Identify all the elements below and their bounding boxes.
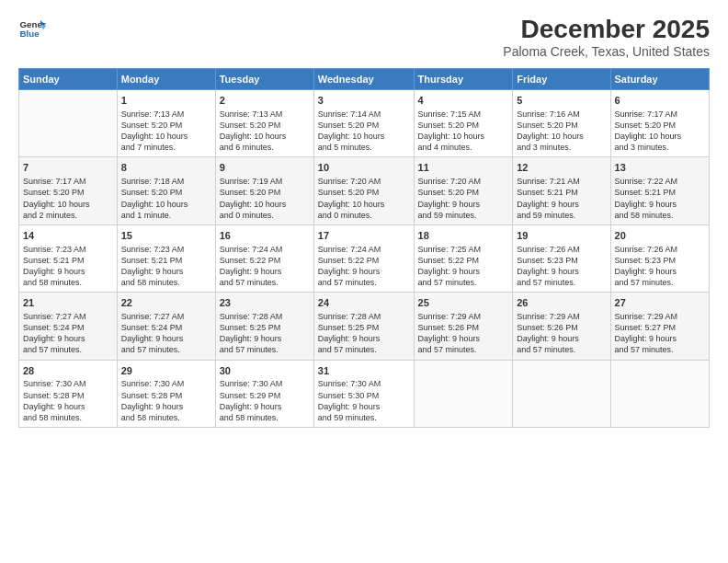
calendar-cell xyxy=(610,360,709,427)
day-info: Sunrise: 7:25 AM Sunset: 5:22 PM Dayligh… xyxy=(418,244,509,289)
calendar-cell: 12Sunrise: 7:21 AM Sunset: 5:21 PM Dayli… xyxy=(513,157,610,224)
calendar-cell: 1Sunrise: 7:13 AM Sunset: 5:20 PM Daylig… xyxy=(117,90,215,157)
day-info: Sunrise: 7:20 AM Sunset: 5:20 PM Dayligh… xyxy=(418,176,509,221)
day-info: Sunrise: 7:28 AM Sunset: 5:25 PM Dayligh… xyxy=(318,311,410,356)
week-row-2: 7Sunrise: 7:17 AM Sunset: 5:20 PM Daylig… xyxy=(19,157,710,224)
day-number: 16 xyxy=(220,229,310,243)
day-number: 15 xyxy=(121,229,211,243)
calendar-cell: 31Sunrise: 7:30 AM Sunset: 5:30 PM Dayli… xyxy=(313,360,414,427)
day-info: Sunrise: 7:29 AM Sunset: 5:26 PM Dayligh… xyxy=(517,311,606,356)
week-row-3: 14Sunrise: 7:23 AM Sunset: 5:21 PM Dayli… xyxy=(19,224,710,292)
page: General Blue December 2025 Paloma Creek,… xyxy=(0,0,728,563)
calendar-cell: 14Sunrise: 7:23 AM Sunset: 5:21 PM Dayli… xyxy=(19,224,118,292)
calendar-cell xyxy=(513,360,610,427)
day-number: 11 xyxy=(418,161,509,175)
day-number: 5 xyxy=(517,94,606,108)
day-info: Sunrise: 7:22 AM Sunset: 5:21 PM Dayligh… xyxy=(615,176,705,221)
calendar-cell: 5Sunrise: 7:16 AM Sunset: 5:20 PM Daylig… xyxy=(513,90,610,157)
day-number: 30 xyxy=(220,364,310,378)
day-number: 26 xyxy=(517,296,606,310)
calendar-cell: 11Sunrise: 7:20 AM Sunset: 5:20 PM Dayli… xyxy=(414,157,513,224)
calendar-body: 1Sunrise: 7:13 AM Sunset: 5:20 PM Daylig… xyxy=(19,90,710,428)
day-number: 4 xyxy=(418,94,509,108)
calendar-cell: 19Sunrise: 7:26 AM Sunset: 5:23 PM Dayli… xyxy=(513,224,610,292)
day-info: Sunrise: 7:23 AM Sunset: 5:21 PM Dayligh… xyxy=(23,244,113,289)
day-info: Sunrise: 7:19 AM Sunset: 5:20 PM Dayligh… xyxy=(220,176,310,221)
day-number: 9 xyxy=(220,161,310,175)
day-info: Sunrise: 7:29 AM Sunset: 5:26 PM Dayligh… xyxy=(418,311,509,356)
day-info: Sunrise: 7:30 AM Sunset: 5:30 PM Dayligh… xyxy=(318,378,410,423)
calendar-cell xyxy=(19,90,118,157)
day-number: 28 xyxy=(23,364,113,378)
header-row: Sunday Monday Tuesday Wednesday Thursday… xyxy=(19,69,710,90)
day-number: 6 xyxy=(615,94,705,108)
col-monday: Monday xyxy=(117,69,215,90)
calendar-cell: 24Sunrise: 7:28 AM Sunset: 5:25 PM Dayli… xyxy=(313,293,414,360)
day-number: 17 xyxy=(318,229,410,243)
calendar-cell: 27Sunrise: 7:29 AM Sunset: 5:27 PM Dayli… xyxy=(610,293,709,360)
calendar-cell: 10Sunrise: 7:20 AM Sunset: 5:20 PM Dayli… xyxy=(313,157,414,224)
calendar-cell: 17Sunrise: 7:24 AM Sunset: 5:22 PM Dayli… xyxy=(313,224,414,292)
title-block: December 2025 Paloma Creek, Texas, Unite… xyxy=(503,15,710,59)
calendar-cell: 26Sunrise: 7:29 AM Sunset: 5:26 PM Dayli… xyxy=(513,293,610,360)
calendar-cell: 30Sunrise: 7:30 AM Sunset: 5:29 PM Dayli… xyxy=(215,360,313,427)
calendar-cell: 20Sunrise: 7:26 AM Sunset: 5:23 PM Dayli… xyxy=(610,224,709,292)
col-thursday: Thursday xyxy=(414,69,513,90)
calendar-cell: 22Sunrise: 7:27 AM Sunset: 5:24 PM Dayli… xyxy=(117,293,215,360)
day-number: 21 xyxy=(23,296,113,310)
day-info: Sunrise: 7:29 AM Sunset: 5:27 PM Dayligh… xyxy=(615,311,705,356)
day-number: 29 xyxy=(121,364,211,378)
col-sunday: Sunday xyxy=(19,69,118,90)
day-info: Sunrise: 7:14 AM Sunset: 5:20 PM Dayligh… xyxy=(318,109,410,154)
logo-icon: General Blue xyxy=(18,15,46,42)
calendar-cell: 8Sunrise: 7:18 AM Sunset: 5:20 PM Daylig… xyxy=(117,157,215,224)
day-number: 19 xyxy=(517,229,606,243)
day-info: Sunrise: 7:20 AM Sunset: 5:20 PM Dayligh… xyxy=(318,176,410,221)
day-info: Sunrise: 7:30 AM Sunset: 5:28 PM Dayligh… xyxy=(121,378,211,423)
day-info: Sunrise: 7:21 AM Sunset: 5:21 PM Dayligh… xyxy=(517,176,606,221)
day-info: Sunrise: 7:26 AM Sunset: 5:23 PM Dayligh… xyxy=(517,244,606,289)
day-number: 18 xyxy=(418,229,509,243)
day-info: Sunrise: 7:26 AM Sunset: 5:23 PM Dayligh… xyxy=(615,244,705,289)
day-info: Sunrise: 7:27 AM Sunset: 5:24 PM Dayligh… xyxy=(121,311,211,356)
calendar-cell: 9Sunrise: 7:19 AM Sunset: 5:20 PM Daylig… xyxy=(215,157,313,224)
calendar-header: Sunday Monday Tuesday Wednesday Thursday… xyxy=(19,69,710,90)
day-number: 3 xyxy=(318,94,410,108)
day-number: 14 xyxy=(23,229,113,243)
col-saturday: Saturday xyxy=(610,69,709,90)
day-number: 1 xyxy=(121,94,211,108)
calendar-cell: 29Sunrise: 7:30 AM Sunset: 5:28 PM Dayli… xyxy=(117,360,215,427)
day-info: Sunrise: 7:16 AM Sunset: 5:20 PM Dayligh… xyxy=(517,109,606,154)
calendar-cell: 6Sunrise: 7:17 AM Sunset: 5:20 PM Daylig… xyxy=(610,90,709,157)
calendar-cell: 23Sunrise: 7:28 AM Sunset: 5:25 PM Dayli… xyxy=(215,293,313,360)
day-number: 7 xyxy=(23,161,113,175)
day-number: 12 xyxy=(517,161,606,175)
calendar-cell: 28Sunrise: 7:30 AM Sunset: 5:28 PM Dayli… xyxy=(19,360,118,427)
calendar-cell: 4Sunrise: 7:15 AM Sunset: 5:20 PM Daylig… xyxy=(414,90,513,157)
day-info: Sunrise: 7:24 AM Sunset: 5:22 PM Dayligh… xyxy=(318,244,410,289)
calendar-cell: 3Sunrise: 7:14 AM Sunset: 5:20 PM Daylig… xyxy=(313,90,414,157)
day-info: Sunrise: 7:23 AM Sunset: 5:21 PM Dayligh… xyxy=(121,244,211,289)
day-info: Sunrise: 7:30 AM Sunset: 5:29 PM Dayligh… xyxy=(220,378,310,423)
day-number: 24 xyxy=(318,296,410,310)
day-info: Sunrise: 7:17 AM Sunset: 5:20 PM Dayligh… xyxy=(615,109,705,154)
day-info: Sunrise: 7:27 AM Sunset: 5:24 PM Dayligh… xyxy=(23,311,113,356)
calendar-cell: 25Sunrise: 7:29 AM Sunset: 5:26 PM Dayli… xyxy=(414,293,513,360)
calendar-cell: 7Sunrise: 7:17 AM Sunset: 5:20 PM Daylig… xyxy=(19,157,118,224)
day-number: 13 xyxy=(615,161,705,175)
day-info: Sunrise: 7:18 AM Sunset: 5:20 PM Dayligh… xyxy=(121,176,211,221)
week-row-5: 28Sunrise: 7:30 AM Sunset: 5:28 PM Dayli… xyxy=(19,360,710,427)
week-row-4: 21Sunrise: 7:27 AM Sunset: 5:24 PM Dayli… xyxy=(19,293,710,360)
calendar-table: Sunday Monday Tuesday Wednesday Thursday… xyxy=(18,68,710,428)
day-number: 31 xyxy=(318,364,410,378)
day-info: Sunrise: 7:24 AM Sunset: 5:22 PM Dayligh… xyxy=(220,244,310,289)
logo: General Blue xyxy=(18,15,46,42)
day-number: 22 xyxy=(121,296,211,310)
day-info: Sunrise: 7:13 AM Sunset: 5:20 PM Dayligh… xyxy=(220,109,310,154)
col-tuesday: Tuesday xyxy=(215,69,313,90)
day-info: Sunrise: 7:30 AM Sunset: 5:28 PM Dayligh… xyxy=(23,378,113,423)
day-number: 8 xyxy=(121,161,211,175)
col-friday: Friday xyxy=(513,69,610,90)
subtitle: Paloma Creek, Texas, United States xyxy=(503,44,710,59)
calendar-cell: 18Sunrise: 7:25 AM Sunset: 5:22 PM Dayli… xyxy=(414,224,513,292)
